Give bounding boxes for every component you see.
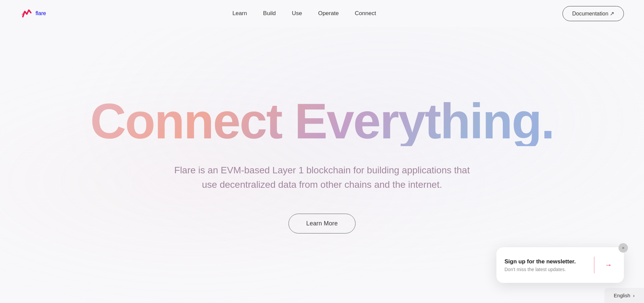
nav-use-link[interactable]: Use xyxy=(292,10,302,16)
newsletter-title: Sign up for the newsletter. xyxy=(504,258,587,265)
newsletter-popup: × Sign up for the newsletter. Don't miss… xyxy=(496,247,624,283)
navbar: flare Learn Build Use Operate Connect Do… xyxy=(0,0,644,27)
nav-item-use[interactable]: Use xyxy=(292,10,302,17)
nav-operate-link[interactable]: Operate xyxy=(318,10,338,16)
nav-connect-link[interactable]: Connect xyxy=(355,10,376,16)
logo-icon xyxy=(20,7,32,19)
language-arrow-icon: › xyxy=(633,293,635,298)
newsletter-text: Sign up for the newsletter. Don't miss t… xyxy=(504,258,587,272)
nav-item-operate[interactable]: Operate xyxy=(318,10,338,17)
nav-build-link[interactable]: Build xyxy=(263,10,276,16)
nav-item-learn[interactable]: Learn xyxy=(232,10,247,17)
nav-links: Learn Build Use Operate Connect xyxy=(232,10,376,17)
language-label: English xyxy=(614,293,630,298)
nav-item-connect[interactable]: Connect xyxy=(355,10,376,17)
newsletter-subscribe-button[interactable]: → xyxy=(601,258,616,272)
logo-link[interactable]: flare xyxy=(20,7,46,19)
newsletter-subtitle: Don't miss the latest updates. xyxy=(504,267,587,272)
hero-headline: Connect Everything. xyxy=(90,96,554,146)
hero-description: Flare is an EVM-based Layer 1 blockchain… xyxy=(171,163,473,192)
logo-text: flare xyxy=(36,10,46,16)
language-switcher[interactable]: English › xyxy=(604,288,644,303)
documentation-button[interactable]: Documentation ↗ xyxy=(562,6,624,21)
newsletter-divider xyxy=(594,257,595,273)
close-newsletter-button[interactable]: × xyxy=(619,243,628,253)
nav-learn-link[interactable]: Learn xyxy=(232,10,247,16)
nav-item-build[interactable]: Build xyxy=(263,10,276,17)
learn-more-button[interactable]: Learn More xyxy=(288,214,356,233)
